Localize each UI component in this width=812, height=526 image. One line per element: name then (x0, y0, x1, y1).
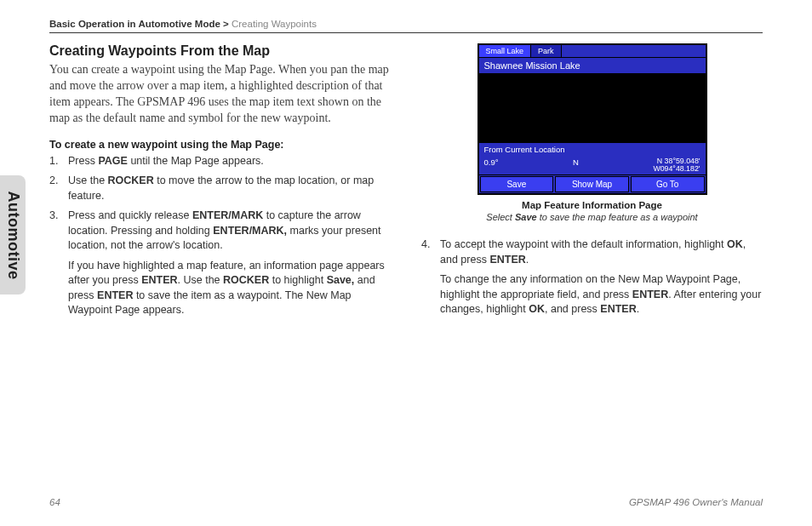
device-save-button: Save (480, 176, 554, 192)
left-column: Creating Waypoints From the Map You can … (49, 43, 394, 323)
step-3: 3. Press and quickly release ENTER/MARK … (49, 209, 391, 318)
device-tab-park: Park (531, 45, 562, 57)
device-loc-row: 0.9° N N 38°59.048' W094°48.182' (479, 156, 706, 175)
device-screenshot: Small Lake Park Shawnee Mission Lake Fro… (477, 43, 707, 195)
steps-list-left: 1. Press PAGE until the Map Page appears… (49, 154, 391, 318)
device-title: Shawnee Mission Lake (479, 57, 706, 74)
step-1: 1. Press PAGE until the Map Page appears… (49, 154, 391, 169)
device-button-row: Save Show Map Go To (479, 175, 706, 193)
device-show-map-button: Show Map (555, 176, 629, 192)
section-intro: You can create a waypoint using the Map … (49, 62, 391, 127)
steps-list-right: 4. To accept the waypoint with the defau… (421, 237, 763, 317)
device-coords: N 38°59.048' W094°48.182' (653, 157, 700, 173)
device-loc-label: From Current Location (479, 142, 706, 156)
breadcrumb: Basic Operation in Automotive Mode > Cre… (49, 19, 763, 33)
device-goto-button: Go To (631, 176, 705, 192)
manual-title: GPSMAP 496 Owner's Manual (629, 497, 763, 507)
page-number: 64 (49, 497, 60, 507)
page-footer: 64 GPSMAP 496 Owner's Manual (49, 497, 763, 507)
side-tab-label: Automotive (4, 191, 22, 279)
device-distance: 0.9° (484, 157, 499, 173)
device-tab-small-lake: Small Lake (479, 45, 532, 57)
breadcrumb-sub: Creating Waypoints (232, 19, 317, 29)
side-tab-automotive: Automotive (0, 175, 26, 294)
caption-sub: Select Save to save the map feature as a… (421, 212, 763, 222)
device-map-area (479, 74, 706, 142)
step-4: 4. To accept the waypoint with the defau… (421, 237, 763, 317)
breadcrumb-main: Basic Operation in Automotive Mode > (49, 19, 229, 29)
steps-subhead: To create a new waypoint using the Map P… (49, 139, 391, 151)
figure-caption: Map Feature Information Page Select Save… (421, 200, 763, 222)
device-direction: N (573, 157, 579, 173)
device-tabs: Small Lake Park (479, 45, 706, 57)
right-column: Small Lake Park Shawnee Mission Lake Fro… (418, 43, 763, 323)
step-2: 2. Use the ROCKER to move the arrow to t… (49, 174, 391, 203)
section-title: Creating Waypoints From the Map (49, 43, 391, 59)
caption-title: Map Feature Information Page (421, 200, 763, 210)
